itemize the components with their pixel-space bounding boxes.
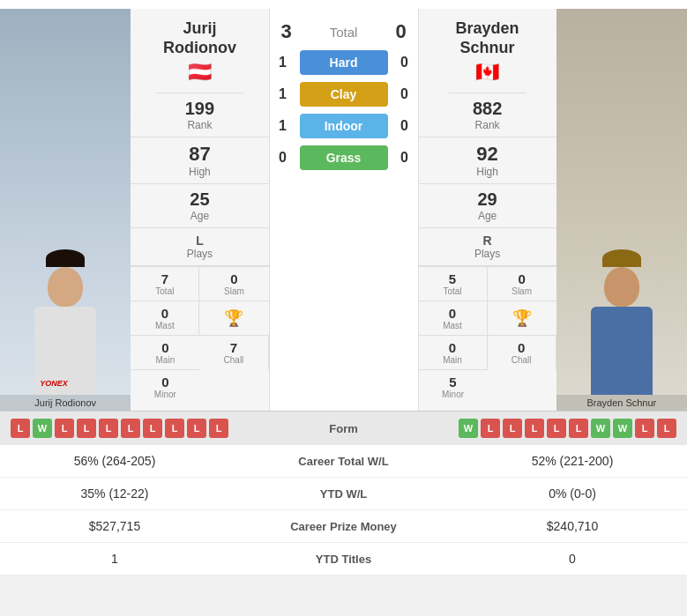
- right-high-block: 92 High: [419, 137, 556, 184]
- left-shirt: YONEX: [34, 307, 96, 395]
- right-mast-cell: 0 Mast: [419, 301, 488, 335]
- left-age-label: Age: [131, 210, 268, 222]
- form-right-badge-3: L: [525, 419, 544, 438]
- right-minor-label: Minor: [422, 390, 484, 399]
- right-chall-label: Chall: [491, 355, 552, 365]
- right-player-info: Brayden Schnur 🇨🇦 882 Rank 92 High 29 Ag…: [418, 9, 556, 411]
- right-player-name-label: Brayden Schnur: [586, 397, 656, 408]
- left-age-value: 25: [131, 189, 268, 210]
- career-wl-right: 52% (221-200): [458, 454, 687, 468]
- left-trophy-spacer: 🏆: [199, 301, 268, 335]
- left-main-over: 0 Main: [131, 335, 199, 369]
- left-player-name-header: Jurij Rodionov: [163, 19, 236, 57]
- total-score-left: 3: [273, 20, 300, 43]
- form-right-badge-1: L: [481, 419, 500, 438]
- form-left-badge-4: L: [99, 419, 118, 438]
- form-left-badge-6: L: [143, 419, 162, 438]
- left-player-name-label: Jurij Rodionov: [34, 397, 96, 408]
- left-plays-label: Plays: [131, 248, 268, 260]
- ytd-wl-row: 35% (12-22) YTD W/L 0% (0-0): [0, 478, 687, 510]
- ytd-wl-label: YTD W/L: [229, 487, 458, 501]
- prize-label: Career Prize Money: [229, 520, 458, 533]
- right-slam-value: 0: [491, 271, 553, 286]
- form-left-badge-9: L: [209, 419, 228, 438]
- ytd-wl-left: 35% (12-22): [0, 486, 229, 501]
- yonex-logo-icon: YONEX: [40, 379, 68, 388]
- left-main-label: Main: [156, 355, 175, 365]
- main-container: YONEX Jurij Rodionov Jurij Rodionov 🇦🇹 1…: [0, 0, 687, 575]
- form-right-badge-6: W: [591, 419, 610, 438]
- prize-row: $527,715 Career Prize Money $240,710: [0, 510, 687, 543]
- right-slam-label: Slam: [491, 286, 553, 296]
- clay-row: 1 Clay 0: [270, 82, 418, 107]
- left-player-figure: YONEX: [34, 249, 96, 395]
- grass-button: Grass: [300, 145, 388, 170]
- left-chall-cell: 7 Chall: [199, 335, 268, 369]
- left-mast-value: 0: [134, 306, 195, 321]
- form-right-badge-4: L: [547, 419, 566, 438]
- titles-label: YTD Titles: [229, 553, 458, 566]
- form-left-badge-8: L: [187, 419, 206, 438]
- grass-score-right: 0: [392, 150, 418, 166]
- left-main-value: 0: [161, 340, 168, 355]
- right-plays-label: Plays: [419, 248, 556, 260]
- right-player-name-bar: Brayden Schnur: [556, 395, 687, 411]
- ytd-wl-right: 0% (0-0): [458, 486, 687, 501]
- left-minor-value: 0: [134, 375, 196, 390]
- hard-button: Hard: [300, 50, 388, 75]
- left-total-value: 7: [134, 271, 195, 286]
- left-plays-block: L Plays: [131, 228, 268, 266]
- left-player-info: Jurij Rodionov 🇦🇹 199 Rank 87 High 25 Ag…: [131, 9, 269, 411]
- hard-row: 1 Hard 0: [270, 50, 418, 75]
- indoor-score-right: 0: [392, 118, 418, 134]
- right-main-cell: 0 Main: [419, 335, 488, 369]
- left-mast-cell: 0 Mast: [131, 301, 199, 335]
- left-slam-value: 0: [203, 271, 265, 286]
- form-left: LWLLLLLLLL: [11, 419, 309, 438]
- indoor-button: Indoor: [300, 114, 388, 138]
- right-slam-cell: 0 Slam: [488, 266, 556, 301]
- right-stats-grid: 5 Total 0 Slam 0 Mast 🏆 0 Main: [419, 266, 556, 404]
- right-minor-value: 5: [422, 375, 484, 390]
- left-high-label: High: [131, 166, 268, 178]
- right-shirt: [591, 307, 653, 395]
- titles-right: 0: [458, 552, 687, 566]
- player-section: YONEX Jurij Rodionov Jurij Rodionov 🇦🇹 1…: [0, 0, 687, 411]
- left-hair: [46, 249, 85, 267]
- right-mast-label: Mast: [422, 321, 483, 330]
- form-left-badge-2: L: [55, 419, 74, 438]
- right-age-label: Age: [419, 210, 556, 222]
- right-minor-cell: 5 Minor: [419, 369, 488, 404]
- hard-score-right: 0: [392, 55, 418, 71]
- left-minor-label: Minor: [134, 390, 196, 399]
- clay-button: Clay: [300, 82, 388, 107]
- hard-score-left: 1: [270, 55, 296, 71]
- right-total-value: 5: [422, 271, 483, 286]
- left-slam-cell: 0 Slam: [199, 266, 268, 301]
- right-rank-value: 882: [419, 99, 556, 119]
- total-row: 3 Total 0: [270, 20, 418, 43]
- form-right: WLLLLLWWLL: [379, 419, 677, 438]
- left-minor-cell: 0 Minor: [131, 369, 199, 404]
- right-chall-cell: 0 Chall: [488, 335, 556, 369]
- left-player-photo: YONEX Jurij Rodionov: [0, 9, 131, 411]
- form-left-badge-5: L: [121, 419, 140, 438]
- grass-row: 0 Grass 0: [270, 145, 418, 170]
- left-player-name-bar: Jurij Rodionov: [0, 395, 131, 411]
- form-right-badge-0: W: [459, 419, 478, 438]
- form-right-badge-9: L: [657, 419, 676, 438]
- left-stats-grid: 7 Total 0 Slam 0 Mast 🏆 0 M: [131, 266, 268, 404]
- form-left-badge-0: L: [11, 419, 30, 438]
- right-main-label: Main: [422, 355, 483, 365]
- form-left-badge-7: L: [165, 419, 184, 438]
- form-right-badge-8: L: [635, 419, 654, 438]
- left-plays-value: L: [131, 234, 268, 248]
- left-rank-label: Rank: [131, 119, 268, 131]
- clay-score-left: 1: [270, 86, 296, 102]
- right-age-block: 29 Age: [419, 184, 556, 228]
- right-plays-block: R Plays: [419, 228, 556, 266]
- right-face: [604, 267, 639, 307]
- career-wl-row: 56% (264-205) Career Total W/L 52% (221-…: [0, 445, 687, 478]
- prize-right: $240,710: [458, 519, 687, 533]
- career-wl-left: 56% (264-205): [0, 454, 229, 468]
